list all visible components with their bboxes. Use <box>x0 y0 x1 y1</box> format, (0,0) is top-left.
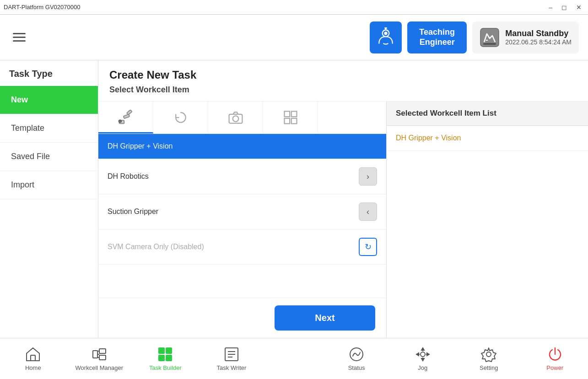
nav-jog-label: Jog <box>418 364 427 371</box>
app-title: DART-Platform GV02070000 <box>4 4 80 11</box>
nav-home[interactable]: Home <box>0 338 66 379</box>
sidebar-item-saved-file[interactable]: Saved File <box>0 143 98 171</box>
camera-icon <box>227 109 244 126</box>
svg-rect-19 <box>99 355 106 360</box>
svg-point-41 <box>486 352 491 357</box>
nav-power-label: Power <box>546 364 563 371</box>
reset-icon <box>173 109 189 126</box>
minimize-button[interactable]: – <box>546 3 555 12</box>
svg-rect-26 <box>166 355 172 361</box>
next-button[interactable]: Next <box>275 305 375 331</box>
tab-camera[interactable] <box>208 101 263 133</box>
jog-icon <box>415 346 431 363</box>
svg-point-11 <box>232 116 238 122</box>
status-time: 2022.06.25 8:54:24 AM <box>505 38 572 46</box>
nav-task-writer[interactable]: Task Writer <box>199 338 265 379</box>
robot-icon <box>376 27 396 48</box>
hamburger-menu[interactable] <box>9 29 29 45</box>
nav-workcell-manager[interactable]: Workcell Manager <box>66 338 133 379</box>
sidebar: Task Type New Template Saved File Import <box>0 60 98 338</box>
selected-list-header: Selected Workcell Item List <box>387 101 588 126</box>
window-controls: – ◻ ✕ <box>546 3 584 12</box>
main-area: Task Type New Template Saved File Import… <box>0 60 588 338</box>
item-list: DH Gripper + Vision DH Robotics › Suctio… <box>98 134 386 298</box>
svg-rect-25 <box>159 355 164 361</box>
list-item-dh-gripper[interactable]: DH Gripper + Vision <box>98 134 386 159</box>
left-arrow-button[interactable]: ‹ <box>359 203 377 221</box>
setting-icon <box>480 346 497 363</box>
nav-task-writer-label: Task Writer <box>217 364 247 371</box>
svg-point-3 <box>385 27 387 29</box>
selected-list-item-0: DH Gripper + Vision <box>387 126 588 151</box>
task-writer-icon <box>223 346 240 363</box>
nav-workcell-label: Workcell Manager <box>76 364 124 371</box>
status-icon <box>480 27 500 48</box>
page-subtitle: Select Workcell Item <box>109 85 577 95</box>
title-bar: DART-Platform GV02070000 – ◻ ✕ <box>0 0 588 15</box>
content-area: Create New Task Select Workcell Item <box>98 60 588 338</box>
content-header: Create New Task Select Workcell Item <box>98 60 588 101</box>
tab-reset[interactable] <box>153 101 208 133</box>
status-block: Manual Standby 2022.06.25 8:54:24 AM <box>472 21 579 53</box>
svg-point-32 <box>421 352 425 357</box>
close-button[interactable]: ✕ <box>573 3 584 12</box>
sidebar-header: Task Type <box>0 60 98 86</box>
top-bar: Teaching Engineer Manual Standby 2022.06… <box>0 15 588 60</box>
svg-rect-24 <box>166 348 172 353</box>
nav-task-builder[interactable]: Task Builder <box>132 338 199 379</box>
refresh-button[interactable]: ↻ <box>359 238 377 256</box>
svg-point-1 <box>384 32 387 35</box>
page-title: Create New Task <box>109 69 577 81</box>
sidebar-item-import[interactable]: Import <box>0 171 98 199</box>
nav-status[interactable]: Status <box>324 338 390 379</box>
svg-rect-18 <box>99 349 106 353</box>
svg-rect-14 <box>284 118 290 124</box>
grid-icon <box>282 109 299 126</box>
task-builder-icon <box>157 346 173 363</box>
svg-rect-5 <box>483 43 496 45</box>
workcell-panel: DH Gripper + Vision DH Robotics › Suctio… <box>98 101 588 338</box>
svg-rect-13 <box>291 112 297 117</box>
selected-list: Selected Workcell Item List DH Gripper +… <box>387 101 588 338</box>
sidebar-item-template[interactable]: Template <box>0 114 98 143</box>
right-arrow-button[interactable]: › <box>359 167 377 186</box>
nav-home-label: Home <box>25 364 41 371</box>
tab-icons <box>98 101 386 134</box>
maximize-button[interactable]: ◻ <box>559 3 570 12</box>
teaching-engineer-button[interactable]: Teaching Engineer <box>407 21 467 53</box>
list-item-svm-camera[interactable]: SVM Camera Only (Disabled) ↻ <box>98 230 386 265</box>
nav-status-label: Status <box>348 364 365 371</box>
nav-task-builder-label: Task Builder <box>149 364 182 371</box>
svg-rect-23 <box>159 348 164 353</box>
footer-actions: Next <box>98 298 386 338</box>
status-icon <box>348 346 365 363</box>
svg-rect-15 <box>291 118 297 124</box>
home-icon <box>25 346 41 363</box>
tab-grid[interactable] <box>263 101 318 133</box>
svg-rect-8 <box>126 110 132 115</box>
item-selection: DH Gripper + Vision DH Robotics › Suctio… <box>98 101 387 338</box>
sidebar-item-new[interactable]: New <box>0 86 98 114</box>
svg-rect-12 <box>284 112 290 117</box>
list-item-suction-gripper[interactable]: Suction Gripper ‹ <box>98 194 386 230</box>
status-text: Manual Standby 2022.06.25 8:54:24 AM <box>505 29 572 46</box>
svg-rect-16 <box>31 355 35 361</box>
nav-setting-label: Setting <box>480 364 498 371</box>
svg-point-9 <box>119 120 121 122</box>
power-icon <box>547 346 563 363</box>
robot-arm-icon <box>118 109 134 125</box>
nav-power[interactable]: Power <box>522 338 588 379</box>
top-bar-right: Teaching Engineer Manual Standby 2022.06… <box>370 21 579 53</box>
workcell-icon <box>91 346 108 363</box>
svg-rect-7 <box>123 114 129 118</box>
nav-jog[interactable]: Jog <box>389 338 456 379</box>
bottom-nav: Home Workcell Manager Task Builder Task … <box>0 338 588 379</box>
svg-rect-17 <box>93 351 97 358</box>
list-item-dh-robotics[interactable]: DH Robotics › <box>98 159 386 194</box>
status-title: Manual Standby <box>505 29 572 38</box>
nav-setting[interactable]: Setting <box>456 338 522 379</box>
tab-robot[interactable] <box>98 101 153 133</box>
robot-button[interactable] <box>370 21 402 53</box>
